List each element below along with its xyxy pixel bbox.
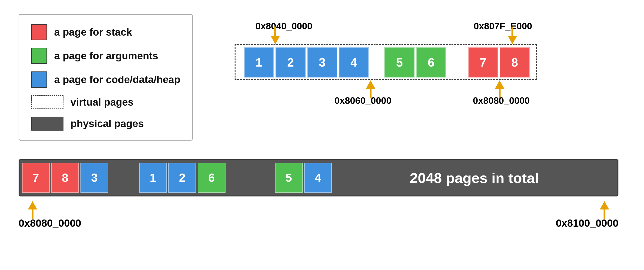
physical-box: [31, 117, 64, 131]
code-color-box: [31, 72, 47, 88]
virtual-pages-border: 1 2 3 4 5 6 7 8: [234, 44, 537, 80]
phys-cell-6: 6: [198, 163, 226, 193]
top-section: a page for stack a page for arguments a …: [18, 14, 626, 141]
arrow-down-left: [270, 27, 280, 44]
code-label: a page for code/data/heap: [54, 74, 180, 85]
args-color-box: [31, 48, 47, 64]
bottom-section: 7 8 3 1 2 6 5 4 2048 pages in total: [18, 159, 626, 229]
vpage-3: 3: [307, 47, 337, 78]
addr-bottom-left: 0x8060_0000: [334, 95, 392, 106]
phys-addr-left: 0x8080_0000: [18, 217, 81, 229]
phys-total-label: 2048 pages in total: [334, 170, 615, 186]
vpage-7: 7: [468, 47, 498, 78]
legend-physical: physical pages: [31, 117, 180, 131]
virtual-dashed-box: [31, 95, 64, 109]
arrow-down-right: [508, 27, 517, 44]
stack-color-box: [31, 24, 47, 40]
arrow-phys-right: [600, 201, 609, 219]
main-container: a page for stack a page for arguments a …: [0, 0, 644, 270]
legend-box: a page for stack a page for arguments a …: [18, 14, 193, 141]
virtual-label: virtual pages: [70, 96, 134, 108]
legend-args: a page for arguments: [31, 48, 180, 64]
legend-code: a page for code/data/heap: [31, 72, 180, 88]
phys-addr-right: 0x8100_0000: [556, 217, 618, 229]
vpage-8: 8: [500, 47, 530, 78]
args-label: a page for arguments: [54, 50, 158, 62]
vpage-2: 2: [276, 47, 306, 78]
vpage-5: 5: [384, 47, 414, 78]
vpage-4: 4: [339, 47, 369, 78]
addr-bottom-right: 0x8080_0000: [473, 95, 530, 106]
phys-cell-3: 3: [80, 163, 108, 193]
phys-cell-7a: 7: [22, 163, 50, 193]
addr-top-right: 0x807F_E000: [474, 21, 532, 32]
phys-cell-2: 2: [168, 163, 196, 193]
physical-label: physical pages: [70, 118, 144, 129]
arrow-phys-left: [28, 201, 37, 219]
physical-bar: 7 8 3 1 2 6 5 4 2048 pages in total: [18, 159, 618, 196]
vpage-1: 1: [244, 47, 274, 78]
legend-virtual: virtual pages: [31, 95, 180, 109]
phys-cell-1: 1: [139, 163, 167, 193]
phys-cell-8a: 8: [51, 163, 79, 193]
stack-label: a page for stack: [54, 26, 132, 38]
legend-stack: a page for stack: [31, 24, 180, 40]
vpage-6: 6: [416, 47, 446, 78]
addr-top-left: 0x8040_0000: [256, 21, 312, 32]
phys-cell-5: 5: [275, 163, 303, 193]
phys-cell-4: 4: [304, 163, 332, 193]
